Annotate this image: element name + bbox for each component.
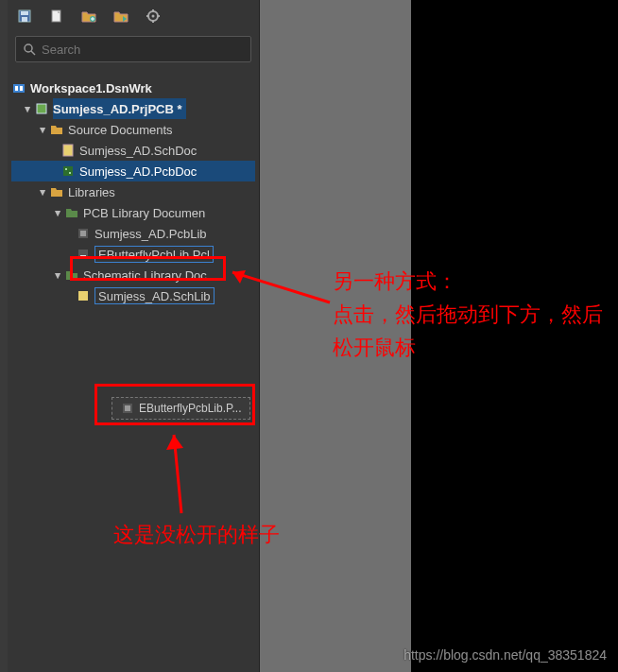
schdoc-node[interactable]: Sumjess_AD.SchDoc: [11, 140, 255, 161]
sumjess-pcblib-label: Sumjess_AD.PcbLib: [94, 227, 207, 241]
workspace-node[interactable]: Workspace1.DsnWrk: [11, 78, 255, 98]
schematic-icon: [60, 143, 76, 158]
svg-point-12: [25, 44, 32, 52]
annotation-text-bottom: 这是没松开的样子: [113, 518, 280, 551]
svg-rect-26: [78, 291, 88, 301]
sumjess-schlib-label: Sumjess_AD.SchLib: [98, 289, 211, 303]
panel-toolbar: [8, 0, 259, 32]
svg-marker-32: [166, 435, 183, 450]
svg-line-13: [31, 51, 35, 55]
project-node[interactable]: Sumjess_AD.PrjPCB *: [11, 98, 255, 119]
pcblib-folder-label: PCB Library Documen: [83, 206, 205, 220]
schlib-folder-label: Schematic Library Doc: [83, 268, 207, 283]
svg-rect-14: [13, 84, 25, 93]
folder-icon: [49, 122, 64, 137]
svg-rect-16: [20, 86, 23, 91]
annotation-arrow-right: [221, 265, 335, 312]
sumjess-pcblib-node[interactable]: Sumjess_AD.PcbLib: [11, 223, 255, 244]
svg-rect-2: [22, 17, 27, 22]
pcblib-icon: [76, 226, 91, 241]
source-documents-label: Source Documents: [68, 123, 173, 137]
ebutterfly-label: EButterflyPcbLib.Pcl: [98, 248, 210, 262]
libraries-node[interactable]: Libraries: [11, 181, 255, 202]
sumjess-schlib-node[interactable]: Sumjess_AD.SchLib: [11, 285, 255, 306]
svg-rect-18: [63, 145, 73, 156]
folder-icon: [64, 267, 79, 283]
project-icon: [34, 101, 49, 116]
schlib-selection: Sumjess_AD.SchLib: [94, 287, 215, 304]
project-selection: Sumjess_AD.PrjPCB *: [53, 98, 186, 119]
svg-rect-1: [21, 11, 28, 15]
source-documents-node[interactable]: Source Documents: [11, 119, 255, 140]
search-icon: [24, 43, 36, 56]
libraries-label: Libraries: [68, 185, 115, 199]
schlib-icon: [76, 288, 91, 303]
ebutterfly-node[interactable]: EButterflyPcbLib.Pcl: [11, 244, 255, 265]
drag-ghost: EButterflyPcbLib.P...: [112, 397, 250, 420]
schlib-folder-node[interactable]: Schematic Library Doc: [11, 265, 255, 285]
chevron-down-icon[interactable]: [38, 187, 47, 197]
search-box[interactable]: [15, 36, 251, 62]
chevron-down-icon[interactable]: [53, 208, 62, 217]
gear-icon[interactable]: [146, 9, 161, 24]
svg-point-7: [152, 15, 155, 18]
workspace-icon: [11, 80, 26, 95]
pcblib-icon: [76, 247, 91, 262]
folder-icon: [49, 184, 64, 199]
annotation-text-right: 另一种方式：点击，然后拖动到下方，然后松开鼠标: [333, 265, 616, 365]
svg-rect-19: [63, 166, 73, 176]
drag-ghost-label: EButterflyPcbLib.P...: [139, 402, 242, 415]
pcb-icon: [60, 164, 76, 179]
pcblib-icon: [120, 401, 135, 416]
folder-add-icon[interactable]: [81, 9, 96, 24]
pcblib-folder-node[interactable]: PCB Library Documen: [11, 202, 255, 223]
search-input[interactable]: [42, 43, 243, 57]
svg-point-21: [69, 172, 71, 174]
chevron-down-icon[interactable]: [38, 125, 47, 134]
svg-point-20: [65, 168, 67, 170]
new-icon[interactable]: [49, 9, 64, 24]
watermark: https://blog.csdn.net/qq_38351824: [403, 647, 607, 663]
svg-rect-17: [37, 104, 46, 113]
pcbdoc-label: Sumjess_AD.PcbDoc: [79, 164, 197, 179]
ebutterfly-selection: EButterflyPcbLib.Pcl: [94, 246, 214, 263]
project-label: Sumjess_AD.PrjPCB *: [53, 102, 182, 116]
annotation-arrow-up: [163, 423, 200, 518]
svg-rect-15: [15, 86, 18, 91]
folder-icon: [64, 205, 79, 220]
save-icon[interactable]: [17, 9, 32, 24]
svg-rect-23: [80, 231, 86, 236]
schdoc-label: Sumjess_AD.SchDoc: [79, 144, 197, 158]
svg-line-29: [232, 272, 330, 302]
workspace-label: Workspace1.DsnWrk: [30, 81, 152, 95]
svg-rect-28: [125, 405, 130, 411]
chevron-down-icon[interactable]: [23, 104, 32, 113]
svg-rect-25: [80, 255, 86, 259]
projects-panel: Workspace1.DsnWrk Sumjess_AD.PrjPCB * So…: [8, 0, 260, 672]
chevron-down-icon[interactable]: [53, 270, 62, 280]
folder-arrow-icon[interactable]: [113, 9, 129, 24]
pcbdoc-node[interactable]: Sumjess_AD.PcbDoc: [11, 161, 255, 181]
